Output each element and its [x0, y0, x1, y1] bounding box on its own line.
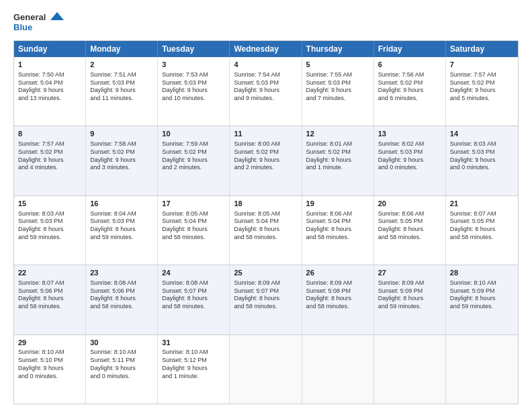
- empty-cell: [374, 335, 446, 404]
- cell-line: Sunset: 5:04 PM: [306, 218, 369, 226]
- cell-line: and 58 minutes.: [306, 234, 369, 242]
- cell-line: Daylight: 8 hours: [90, 295, 153, 303]
- cell-line: and 58 minutes.: [90, 303, 153, 311]
- header-day-thursday: Thursday: [302, 41, 374, 57]
- day-number: 1: [18, 60, 81, 70]
- day-cell-16: 16Sunrise: 8:04 AMSunset: 5:03 PMDayligh…: [86, 196, 158, 265]
- cell-line: and 58 minutes.: [162, 234, 225, 242]
- cell-line: Sunset: 5:02 PM: [90, 148, 153, 156]
- svg-text:Blue: Blue: [13, 22, 32, 32]
- day-cell-24: 24Sunrise: 8:08 AMSunset: 5:07 PMDayligh…: [158, 265, 230, 334]
- cell-line: Daylight: 8 hours: [306, 226, 369, 234]
- day-cell-10: 10Sunrise: 7:59 AMSunset: 5:02 PMDayligh…: [158, 126, 230, 195]
- cell-line: Daylight: 8 hours: [18, 295, 81, 303]
- calendar-header: SundayMondayTuesdayWednesdayThursdayFrid…: [14, 41, 518, 57]
- calendar: SundayMondayTuesdayWednesdayThursdayFrid…: [13, 40, 519, 404]
- day-cell-14: 14Sunrise: 8:03 AMSunset: 5:03 PMDayligh…: [446, 126, 518, 195]
- cell-line: Sunset: 5:02 PM: [234, 148, 297, 156]
- cell-line: and 59 minutes.: [450, 303, 514, 311]
- day-number: 6: [378, 60, 441, 70]
- cell-line: Sunrise: 7:57 AM: [18, 140, 81, 148]
- day-number: 19: [306, 199, 369, 209]
- calendar-row-5: 29Sunrise: 8:10 AMSunset: 5:10 PMDayligh…: [14, 334, 518, 404]
- empty-cell: [230, 335, 302, 404]
- calendar-row-4: 22Sunrise: 8:07 AMSunset: 5:06 PMDayligh…: [14, 265, 518, 334]
- day-number: 20: [378, 199, 441, 209]
- header-day-tuesday: Tuesday: [158, 41, 230, 57]
- cell-line: Daylight: 9 hours: [90, 156, 153, 165]
- day-cell-19: 19Sunrise: 8:06 AMSunset: 5:04 PMDayligh…: [302, 196, 374, 265]
- day-number: 4: [234, 60, 297, 70]
- day-cell-22: 22Sunrise: 8:07 AMSunset: 5:06 PMDayligh…: [14, 265, 86, 334]
- cell-line: Sunset: 5:03 PM: [306, 79, 369, 87]
- cell-line: Daylight: 8 hours: [234, 226, 297, 234]
- day-cell-23: 23Sunrise: 8:08 AMSunset: 5:06 PMDayligh…: [86, 265, 158, 334]
- day-cell-6: 6Sunrise: 7:56 AMSunset: 5:02 PMDaylight…: [374, 57, 446, 126]
- cell-line: Sunrise: 8:06 AM: [378, 210, 441, 218]
- cell-line: Sunset: 5:03 PM: [378, 148, 441, 156]
- cell-line: and 5 minutes.: [450, 95, 514, 103]
- cell-line: and 59 minutes.: [378, 303, 441, 311]
- day-number: 28: [450, 268, 514, 278]
- cell-line: and 58 minutes.: [234, 234, 297, 242]
- day-cell-25: 25Sunrise: 8:09 AMSunset: 5:07 PMDayligh…: [230, 265, 302, 334]
- day-cell-1: 1Sunrise: 7:50 AMSunset: 5:04 PMDaylight…: [14, 57, 86, 126]
- cell-line: and 10 minutes.: [162, 95, 225, 103]
- cell-line: and 11 minutes.: [90, 95, 153, 103]
- cell-line: Sunset: 5:12 PM: [162, 357, 225, 365]
- page: General Blue SundayMondayTuesdayWednesda…: [0, 0, 532, 411]
- cell-line: Sunrise: 8:00 AM: [234, 140, 297, 148]
- cell-line: and 58 minutes.: [378, 234, 441, 242]
- cell-line: Daylight: 9 hours: [234, 156, 297, 165]
- day-cell-13: 13Sunrise: 8:02 AMSunset: 5:03 PMDayligh…: [374, 126, 446, 195]
- cell-line: and 58 minutes.: [18, 303, 81, 311]
- cell-line: Daylight: 8 hours: [234, 295, 297, 303]
- cell-line: Sunrise: 7:56 AM: [378, 71, 441, 79]
- cell-line: and 58 minutes.: [306, 303, 369, 311]
- day-number: 17: [162, 199, 225, 209]
- day-cell-28: 28Sunrise: 8:10 AMSunset: 5:09 PMDayligh…: [446, 265, 518, 334]
- day-cell-29: 29Sunrise: 8:10 AMSunset: 5:10 PMDayligh…: [14, 335, 86, 404]
- cell-line: and 0 minutes.: [18, 373, 81, 381]
- cell-line: Daylight: 8 hours: [162, 226, 225, 234]
- cell-line: Sunset: 5:03 PM: [234, 79, 297, 87]
- cell-line: Daylight: 9 hours: [18, 87, 81, 95]
- day-cell-8: 8Sunrise: 7:57 AMSunset: 5:02 PMDaylight…: [14, 126, 86, 195]
- cell-line: Sunset: 5:05 PM: [450, 218, 514, 226]
- cell-line: Daylight: 8 hours: [378, 295, 441, 303]
- cell-line: Sunrise: 8:04 AM: [90, 210, 153, 218]
- day-cell-18: 18Sunrise: 8:05 AMSunset: 5:04 PMDayligh…: [230, 196, 302, 265]
- cell-line: Daylight: 8 hours: [162, 295, 225, 303]
- day-cell-7: 7Sunrise: 7:57 AMSunset: 5:02 PMDaylight…: [446, 57, 518, 126]
- cell-line: Sunset: 5:03 PM: [18, 218, 81, 226]
- cell-line: Daylight: 9 hours: [306, 156, 369, 165]
- day-number: 31: [162, 338, 225, 348]
- cell-line: Sunrise: 7:51 AM: [90, 71, 153, 79]
- cell-line: Sunrise: 7:55 AM: [306, 71, 369, 79]
- day-cell-2: 2Sunrise: 7:51 AMSunset: 5:03 PMDaylight…: [86, 57, 158, 126]
- cell-line: Sunrise: 7:53 AM: [162, 71, 225, 79]
- empty-cell: [446, 335, 518, 404]
- day-number: 5: [306, 60, 369, 70]
- cell-line: Sunrise: 8:02 AM: [378, 140, 441, 148]
- logo-svg: General Blue: [13, 11, 67, 35]
- cell-line: Sunrise: 8:10 AM: [18, 349, 81, 357]
- calendar-row-3: 15Sunrise: 8:03 AMSunset: 5:03 PMDayligh…: [14, 195, 518, 265]
- cell-line: Sunset: 5:02 PM: [162, 148, 225, 156]
- cell-line: Sunrise: 8:09 AM: [306, 279, 369, 287]
- header-day-monday: Monday: [86, 41, 158, 57]
- cell-line: Sunset: 5:03 PM: [162, 79, 225, 87]
- cell-line: Sunrise: 7:57 AM: [450, 71, 514, 79]
- day-number: 10: [162, 129, 225, 139]
- cell-line: and 58 minutes.: [450, 234, 514, 242]
- cell-line: Sunset: 5:02 PM: [306, 148, 369, 156]
- calendar-body: 1Sunrise: 7:50 AMSunset: 5:04 PMDaylight…: [14, 57, 518, 404]
- cell-line: Sunset: 5:04 PM: [18, 79, 81, 87]
- day-cell-21: 21Sunrise: 8:07 AMSunset: 5:05 PMDayligh…: [446, 196, 518, 265]
- cell-line: Daylight: 9 hours: [378, 156, 441, 165]
- day-number: 26: [306, 268, 369, 278]
- cell-line: Sunrise: 7:58 AM: [90, 140, 153, 148]
- cell-line: Daylight: 8 hours: [450, 226, 514, 234]
- cell-line: and 0 minutes.: [378, 164, 441, 172]
- cell-line: Daylight: 9 hours: [162, 87, 225, 95]
